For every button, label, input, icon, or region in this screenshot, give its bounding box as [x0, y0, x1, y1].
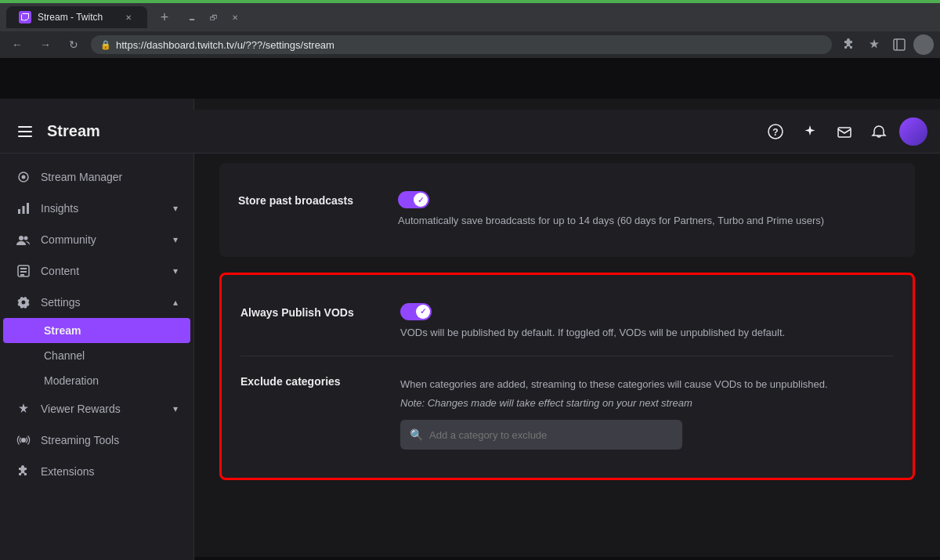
- sidebar-item-stream-manager[interactable]: Stream Manager: [3, 161, 190, 193]
- sidebar-toggle-icon[interactable]: [888, 34, 910, 56]
- svg-rect-14: [20, 271, 27, 273]
- minimize-button[interactable]: 🗕: [182, 13, 202, 22]
- hamburger-line-2: [18, 131, 32, 132]
- sidebar-item-extensions[interactable]: Extensions: [3, 456, 190, 487]
- sidebar-sub-item-stream[interactable]: Stream: [3, 318, 190, 343]
- sidebar-item-streaming-tools-label: Streaming Tools: [41, 434, 178, 446]
- sidebar-item-community[interactable]: Community ▾: [3, 224, 190, 255]
- back-button[interactable]: ←: [6, 34, 28, 56]
- lock-icon: 🔒: [100, 40, 111, 50]
- svg-text:?: ?: [772, 127, 778, 138]
- browser-tab[interactable]: Stream - Twitch ✕: [6, 6, 147, 28]
- always-publish-row: Always Publish VODs ✓ VODs will be publi…: [240, 294, 894, 350]
- viewer-rewards-icon: [16, 401, 31, 417]
- insights-icon: [16, 201, 31, 216]
- content-chevron-icon: ▾: [173, 266, 178, 276]
- tab-title: Stream - Twitch: [38, 12, 116, 23]
- community-icon: [16, 232, 31, 247]
- sidebar-item-settings-label: Settings: [41, 296, 164, 309]
- category-search-input[interactable]: [429, 429, 673, 441]
- browser-profile-pic[interactable]: [913, 34, 934, 55]
- sidebar-item-content-label: Content: [41, 265, 164, 277]
- store-broadcasts-label: Store past broadcasts: [238, 191, 379, 207]
- svg-rect-7: [18, 209, 20, 214]
- sidebar-item-viewer-rewards[interactable]: Viewer Rewards ▾: [3, 393, 190, 425]
- store-broadcasts-description: Automatically save broadcasts for up to …: [398, 213, 896, 229]
- sidebar-sub-item-moderation[interactable]: Moderation: [3, 368, 190, 393]
- browser-toolbar: ← → ↻ 🔒 https://dashboard.twitch.tv/u/??…: [0, 31, 940, 58]
- category-search-icon: 🔍: [410, 428, 423, 441]
- extensions-sidebar-icon: [16, 464, 31, 479]
- svg-rect-13: [20, 268, 27, 269]
- app-container: Stream ? CREATOR DASHBOARD ⟵: [0, 55, 940, 557]
- help-button[interactable]: ?: [761, 117, 790, 146]
- refresh-button[interactable]: ↻: [63, 34, 85, 56]
- always-publish-toggle[interactable]: ✓: [400, 303, 432, 320]
- store-broadcasts-card: Store past broadcasts ✓ Automatically sa…: [219, 163, 915, 257]
- browser-chrome: Stream - Twitch ✕ + 🗕 🗗 ✕ ← → ↻ 🔒 https:…: [0, 0, 940, 55]
- exclude-categories-content: When categories are added, streaming to …: [400, 372, 894, 450]
- mail-button[interactable]: [830, 117, 859, 146]
- sidebar-sub-moderation-label: Moderation: [44, 374, 99, 387]
- address-bar[interactable]: 🔒 https://dashboard.twitch.tv/u/???/sett…: [91, 35, 832, 54]
- notifications-button[interactable]: [865, 117, 893, 146]
- sidebar-sub-stream-label: Stream: [44, 324, 81, 337]
- viewer-rewards-chevron-icon: ▾: [173, 403, 178, 414]
- sidebar-item-content[interactable]: Content ▾: [3, 255, 190, 287]
- svg-rect-4: [838, 128, 851, 137]
- settings-divider: [240, 356, 894, 356]
- always-publish-check-icon: ✓: [420, 307, 426, 316]
- svg-point-16: [21, 438, 26, 443]
- hamburger-icon: [18, 126, 32, 137]
- browser-titlebar: Stream - Twitch ✕ + 🗕 🗗 ✕: [0, 3, 940, 31]
- extensions-icon[interactable]: [838, 34, 860, 56]
- sidebar-item-settings[interactable]: Settings ▴: [3, 287, 190, 318]
- store-broadcasts-toggle-row: ✓: [398, 191, 896, 208]
- sidebar-item-insights-label: Insights: [41, 202, 164, 215]
- hamburger-line-3: [18, 135, 32, 137]
- exclude-categories-description: When categories are added, streaming to …: [400, 377, 894, 392]
- svg-point-6: [22, 175, 26, 179]
- sidebar-item-insights[interactable]: Insights ▾: [3, 193, 190, 224]
- toggle-check-icon: ✓: [418, 196, 424, 204]
- always-publish-content: ✓ VODs will be published by default. If …: [400, 303, 894, 341]
- app-header: Stream ?: [0, 110, 940, 154]
- forward-button[interactable]: →: [34, 34, 56, 56]
- store-broadcasts-row: Store past broadcasts ✓ Automatically sa…: [238, 182, 896, 238]
- always-publish-toggle-row: ✓: [400, 303, 894, 320]
- content-icon: [16, 263, 31, 279]
- sidebar-item-extensions-label: Extensions: [41, 465, 178, 478]
- svg-point-11: [24, 237, 28, 240]
- exclude-categories-row: Exclude categories When categories are a…: [240, 363, 894, 459]
- svg-rect-8: [23, 206, 25, 214]
- svg-rect-9: [27, 203, 29, 214]
- toggle-knob: ✓: [414, 193, 428, 207]
- sidebar-item-stream-manager-label: Stream Manager: [41, 171, 178, 183]
- sidebar-sub-item-channel[interactable]: Channel: [3, 343, 190, 368]
- user-avatar[interactable]: [899, 117, 927, 146]
- category-search-box[interactable]: 🔍: [400, 420, 682, 450]
- maximize-button[interactable]: 🗗: [204, 13, 224, 22]
- window-controls: 🗕 🗗 ✕: [182, 13, 244, 22]
- stream-manager-icon: [16, 169, 31, 185]
- svg-rect-15: [20, 274, 24, 276]
- svg-rect-0: [894, 39, 905, 50]
- tab-close-button[interactable]: ✕: [122, 11, 135, 23]
- twitch-favicon: [19, 11, 31, 23]
- svg-point-10: [19, 236, 24, 240]
- store-broadcasts-toggle[interactable]: ✓: [398, 191, 429, 208]
- sidebar-item-community-label: Community: [41, 233, 164, 246]
- always-publish-description: VODs will be published by default. If to…: [400, 325, 894, 341]
- sidebar-item-viewer-rewards-label: Viewer Rewards: [41, 403, 164, 415]
- bookmark-star-icon[interactable]: [863, 34, 885, 56]
- magic-button[interactable]: [796, 117, 824, 146]
- header-right: ?: [761, 117, 927, 146]
- settings-chevron-icon: ▴: [173, 297, 178, 308]
- hamburger-button[interactable]: [13, 119, 38, 144]
- sidebar-item-streaming-tools[interactable]: Streaming Tools: [3, 425, 190, 456]
- settings-icon: [16, 294, 31, 310]
- close-button[interactable]: ✕: [226, 13, 244, 22]
- exclude-categories-label: Exclude categories: [240, 372, 381, 388]
- new-tab-button[interactable]: +: [154, 6, 175, 28]
- community-chevron-icon: ▾: [173, 234, 178, 245]
